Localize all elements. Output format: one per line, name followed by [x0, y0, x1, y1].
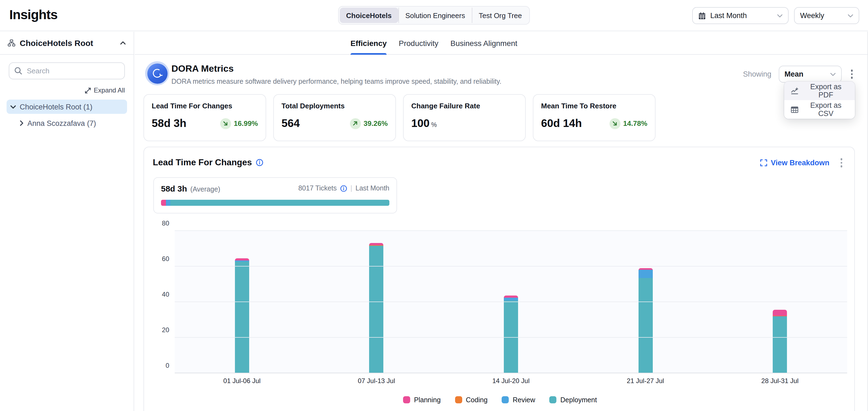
- lead-time-title: Lead Time For Changes: [153, 158, 264, 168]
- dora-metrics-icon: [145, 61, 169, 85]
- card-change-failure-rate: Change Failure Rate 100%: [403, 94, 526, 141]
- stacked-bar[interactable]: [504, 296, 518, 372]
- card-unit: %: [431, 122, 437, 128]
- gridline: [175, 337, 847, 337]
- tab-efficiency[interactable]: Efficiency: [350, 31, 386, 55]
- info-icon[interactable]: [340, 185, 347, 192]
- delta-value: 39.26%: [364, 119, 388, 128]
- org-switcher: ChoiceHotels Solution Engineers Test Org…: [338, 6, 530, 25]
- granularity-select[interactable]: Weekly: [794, 7, 859, 24]
- org-tree-icon: [8, 39, 16, 47]
- search-box: [9, 62, 125, 79]
- bar-segment-review: [504, 298, 518, 301]
- legend-planning[interactable]: Planning: [403, 396, 441, 404]
- view-breakdown-button[interactable]: View Breakdown: [761, 159, 829, 167]
- card-title: Total Deployments: [281, 102, 388, 110]
- legend-review[interactable]: Review: [502, 396, 535, 404]
- card-mean-time-to-restore: Mean Time To Restore 60d 14h 14.78%: [533, 94, 655, 141]
- date-range-select[interactable]: Last Month: [692, 7, 788, 24]
- legend-chip: [455, 396, 462, 403]
- delta-value: 14.78%: [623, 119, 647, 128]
- table-icon: [791, 105, 799, 113]
- chart-legend: Planning Coding Review Deployment: [153, 396, 847, 404]
- dora-controls: Showing Mean: [743, 66, 855, 83]
- card-value: 60d 14h: [541, 117, 582, 130]
- sidebar-header: ChoiceHotels Root: [0, 32, 134, 55]
- stacked-bar[interactable]: [773, 310, 787, 372]
- export-pdf-menu-item[interactable]: Export as PDF: [784, 81, 855, 100]
- bar-segment-deployment: [235, 262, 249, 372]
- org-tab-solution-engineers[interactable]: Solution Engineers: [398, 8, 471, 23]
- lead-time-chart: 020406080: [175, 231, 847, 373]
- chevron-down-icon: [777, 14, 782, 17]
- legend-chip: [502, 396, 509, 403]
- phase-distribution-bar: [161, 200, 390, 205]
- expand-corners-icon: [761, 159, 768, 166]
- trend-up-icon: [352, 121, 359, 127]
- stacked-bar[interactable]: [638, 268, 652, 372]
- search-input[interactable]: [9, 62, 125, 79]
- legend-label: Coding: [466, 396, 487, 404]
- chevron-down-icon: [10, 105, 16, 109]
- distribution-segment-review: [166, 200, 170, 205]
- legend-label: Deployment: [560, 396, 597, 404]
- metric-tabs: Efficiency Productivity Business Alignme…: [135, 32, 868, 55]
- aggregation-select[interactable]: Mean: [778, 66, 841, 83]
- gridline: [175, 266, 847, 266]
- separator: |: [350, 184, 352, 192]
- sidebar-collapse-button[interactable]: [120, 41, 126, 45]
- gridline: [175, 301, 847, 302]
- metric-cards: Lead Time For Changes 58d 3h 16.99% Tota…: [144, 94, 655, 141]
- delta-badge: 14.78%: [610, 118, 647, 129]
- bar-segment-review: [638, 270, 652, 278]
- date-range-value: Last Month: [710, 11, 773, 20]
- card-value: 58d 3h: [152, 117, 186, 130]
- y-tick-label: 20: [153, 326, 169, 334]
- lead-time-more-menu-button[interactable]: [838, 156, 844, 169]
- export-csv-menu-item[interactable]: Export as CSV: [784, 100, 855, 119]
- expand-all-button[interactable]: Expand All: [85, 87, 125, 94]
- legend-deployment[interactable]: Deployment: [550, 396, 597, 404]
- search-icon: [14, 67, 23, 75]
- y-tick-label: 40: [153, 290, 169, 298]
- tree-item-anna-scozzafava[interactable]: Anna Scozzafava (7): [7, 116, 127, 130]
- dora-metrics-title: DORA Metrics: [172, 64, 234, 74]
- x-label: 21 Jul-27 Jul: [578, 377, 713, 384]
- org-tab-test-org-tree[interactable]: Test Org Tree: [471, 8, 528, 23]
- bar-segment-planning: [504, 296, 518, 298]
- distribution-segment-planning: [161, 200, 166, 205]
- chevron-right-icon: [20, 121, 24, 126]
- showing-label: Showing: [743, 70, 771, 78]
- dora-more-menu-button[interactable]: [848, 68, 855, 81]
- export-csv-label: Export as CSV: [803, 101, 848, 118]
- org-tab-choicehotels[interactable]: ChoiceHotels: [340, 8, 398, 23]
- info-icon[interactable]: [256, 159, 264, 167]
- legend-coding[interactable]: Coding: [455, 396, 487, 404]
- y-tick-label: 0: [153, 362, 169, 369]
- delta-value: 16.99%: [234, 119, 258, 128]
- chart-x-labels: 01 Jul-06 Jul 07 Jul-13 Jul 14 Jul-20 Ju…: [175, 377, 847, 384]
- calendar-icon: [698, 12, 706, 20]
- average-value: 58d 3h: [161, 183, 187, 193]
- card-title: Lead Time For Changes: [152, 102, 258, 110]
- insights-page: Insights ChoiceHotels Solution Engineers…: [0, 0, 868, 411]
- granularity-value: Weekly: [800, 11, 843, 20]
- chevron-up-icon: [120, 41, 126, 45]
- stacked-bar[interactable]: [369, 243, 383, 372]
- y-tick-label: 80: [153, 219, 169, 227]
- x-label: 14 Jul-20 Jul: [443, 377, 578, 384]
- tab-business-alignment[interactable]: Business Alignment: [451, 31, 517, 55]
- card-title: Mean Time To Restore: [541, 102, 647, 110]
- sidebar-root-label: ChoiceHotels Root: [20, 38, 93, 47]
- lead-time-summary-card: 58d 3h (Average) 8017 Tickets | Last Mon…: [153, 177, 397, 213]
- tab-productivity[interactable]: Productivity: [399, 31, 438, 55]
- tree-item-choicehotels-root[interactable]: ChoiceHotels Root (1): [7, 100, 127, 114]
- average-label: (Average): [190, 185, 220, 193]
- x-label: 07 Jul-13 Jul: [309, 377, 443, 384]
- stacked-bar[interactable]: [235, 258, 249, 372]
- export-pdf-label: Export as PDF: [803, 83, 848, 99]
- bar-segment-deployment: [504, 301, 518, 372]
- y-tick-label: 60: [153, 255, 169, 263]
- bar-segment-planning: [369, 243, 383, 245]
- top-header: Insights ChoiceHotels Solution Engineers…: [0, 0, 868, 31]
